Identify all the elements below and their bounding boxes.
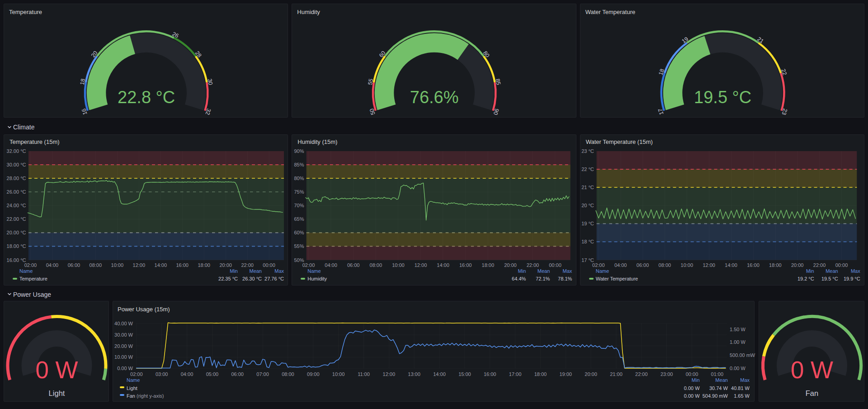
svg-text:20: 20	[90, 50, 99, 59]
svg-text:19.5 °C: 19.5 °C	[694, 88, 751, 107]
svg-text:80: 80	[482, 50, 491, 59]
svg-text:18: 18	[79, 78, 86, 86]
svg-text:19: 19	[680, 36, 689, 45]
svg-text:60: 60	[378, 50, 387, 59]
svg-text:22.8 °C: 22.8 °C	[118, 88, 175, 107]
svg-text:0 W: 0 W	[35, 357, 78, 383]
svg-text:28: 28	[194, 50, 203, 59]
svg-text:Fan: Fan	[806, 389, 818, 397]
svg-text:21: 21	[756, 36, 764, 45]
svg-text:30: 30	[207, 78, 214, 86]
svg-text:Light: Light	[49, 389, 65, 397]
svg-text:0 W: 0 W	[791, 357, 833, 383]
svg-text:76.6%: 76.6%	[410, 88, 459, 107]
svg-text:55: 55	[367, 78, 374, 86]
svg-text:85: 85	[495, 78, 502, 86]
